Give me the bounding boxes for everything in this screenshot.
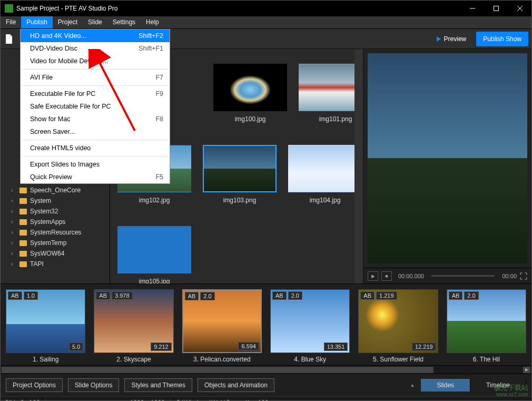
menu-file[interactable]: File <box>1 16 21 28</box>
preview-image <box>368 53 527 263</box>
menu-item[interactable]: Screen Saver... <box>21 125 170 138</box>
menu-slide[interactable]: Slide <box>83 16 107 28</box>
menu-item[interactable]: Executable File for PCF9 <box>21 87 170 100</box>
new-document-icon[interactable] <box>4 33 14 45</box>
file-thumb[interactable]: img100.jpg <box>213 64 287 123</box>
collapse-icon[interactable]: ▲ <box>410 383 415 388</box>
slide-caption: 1. Sailing <box>6 356 85 363</box>
file-label: img101.png <box>299 115 363 123</box>
seek-slider[interactable] <box>431 275 495 277</box>
app-icon <box>5 4 13 13</box>
in-time-badge: 2.0 <box>464 291 478 300</box>
file-label: img100.jpg <box>213 115 287 123</box>
menu-item[interactable]: AVI FileF7 <box>21 71 170 84</box>
transition-badge: AB <box>8 291 22 300</box>
duration-badge: 13.351 <box>324 343 348 351</box>
filebrowser-scrollbar[interactable] <box>354 49 363 283</box>
in-time-badge: 3.978 <box>112 291 133 300</box>
slide-strip-scrollbar[interactable]: ▶ <box>1 365 531 374</box>
status-path: C:\Windows\Web\Screen\img103.png <box>171 399 286 402</box>
slide-strip[interactable]: AB1.05.01. SailingAB3.9789.2122. Skyscap… <box>1 283 531 365</box>
tab-slides[interactable]: Slides <box>421 379 470 392</box>
menu-item[interactable]: Export Slides to Images <box>21 158 170 171</box>
slide-card[interactable]: AB2.06.5943. Pelican.converted <box>182 289 262 363</box>
file-thumb[interactable]: img103.png <box>203 145 277 204</box>
slide-options-button[interactable]: Slide Options <box>68 378 119 392</box>
menu-bar: FilePublishProjectSlideSettingsHelp <box>1 16 531 29</box>
file-label: img104.jpg <box>288 197 362 204</box>
tree-item[interactable]: ›SysWOW64 <box>1 248 110 259</box>
menu-publish[interactable]: Publish <box>21 16 52 28</box>
tree-item[interactable]: ›System32 <box>1 206 110 217</box>
status-dimensions: 1920 x 1200 <box>125 399 171 402</box>
maximize-button[interactable] <box>484 1 508 16</box>
watermark: 极光下载站 www.xz7.com <box>494 384 528 397</box>
stop-button[interactable]: ■ <box>381 271 392 281</box>
in-time-badge: 2.0 <box>200 292 214 300</box>
folder-icon <box>19 188 27 193</box>
menu-item[interactable]: HD and 4K Video...Shift+F2 <box>21 30 170 42</box>
status-bar: Slide 3 of 26 1920 x 1200 C:\Windows\Web… <box>1 396 531 401</box>
tree-item[interactable]: ›Speech_OneCore <box>1 185 110 195</box>
title-bar: Sample Project - PTE AV Studio Pro <box>1 1 531 16</box>
folder-icon <box>19 230 27 236</box>
menu-item[interactable]: Safe Executable File for PC <box>21 100 170 113</box>
slide-card[interactable]: AB3.9789.2122. Skyscape <box>94 289 173 363</box>
objects-animation-button[interactable]: Objects and Animation <box>198 378 274 392</box>
menu-help[interactable]: Help <box>141 16 164 28</box>
project-options-button[interactable]: Project Options <box>6 378 63 392</box>
transition-badge: AB <box>360 291 375 300</box>
current-time: 00:00.000 <box>398 273 424 279</box>
close-button[interactable] <box>508 1 531 16</box>
transition-badge: AB <box>185 292 199 300</box>
tree-item[interactable]: ›SystemResources <box>1 227 110 238</box>
slide-caption: 3. Pelican.converted <box>182 356 262 363</box>
tree-item[interactable]: ›System <box>1 195 110 206</box>
tree-item[interactable]: ›SystemTemp <box>1 238 110 248</box>
status-slide-count: Slide 3 of 26 <box>5 399 46 402</box>
menu-item[interactable]: Show for MacF8 <box>21 113 170 125</box>
slide-card[interactable]: AB2.013.3514. Blue Sky <box>270 289 350 363</box>
play-icon <box>437 36 441 42</box>
menu-settings[interactable]: Settings <box>107 16 141 28</box>
duration-badge: 9.212 <box>151 343 172 351</box>
transition-badge: AB <box>272 291 287 300</box>
folder-icon <box>19 251 27 257</box>
slide-card[interactable]: AB2.06. The Hil <box>447 289 526 363</box>
menu-item[interactable]: Video for Mobile Devices... <box>21 55 170 67</box>
folder-icon <box>19 261 27 267</box>
slide-card[interactable]: AB1.21912.2195. Sunflower Field <box>358 289 438 363</box>
menu-item[interactable]: DVD-Video DiscShift+F1 <box>21 42 170 55</box>
fullscreen-icon[interactable] <box>520 272 527 280</box>
tree-item[interactable]: ›SystemApps <box>1 217 110 227</box>
in-time-badge: 1.219 <box>376 291 397 300</box>
file-thumb[interactable]: img105.jpg <box>117 226 191 283</box>
file-thumb[interactable]: img104.jpg <box>288 145 362 204</box>
svg-rect-1 <box>494 6 498 11</box>
tree-item[interactable]: ›TAPI <box>1 259 110 269</box>
slide-caption: 5. Sunflower Field <box>358 356 438 363</box>
folder-icon <box>19 209 27 214</box>
slide-card[interactable]: AB1.05.01. Sailing <box>6 289 85 363</box>
bottom-toolbar: Project Options Slide Options Styles and… <box>1 374 531 396</box>
folder-icon <box>19 219 27 225</box>
file-thumb[interactable]: img101.png <box>299 64 363 123</box>
duration-time: 00:00 <box>502 273 517 279</box>
file-label: img102.jpg <box>117 197 191 204</box>
play-button[interactable]: ▶ <box>368 271 378 281</box>
menu-project[interactable]: Project <box>53 16 83 28</box>
preview-controls: ▶ ■ 00:00.000 00:00 <box>363 268 531 283</box>
minimize-button[interactable] <box>460 1 484 16</box>
preview-label: Preview <box>444 35 467 43</box>
slide-caption: 6. The Hil <box>447 356 526 363</box>
menu-item[interactable]: Quick PreviewF5 <box>21 171 170 183</box>
publish-menu: HD and 4K Video...Shift+F2DVD-Video Disc… <box>20 29 170 184</box>
publish-show-button[interactable]: Publish Show <box>476 32 528 46</box>
duration-badge: 12.219 <box>412 343 436 351</box>
duration-badge: 5.0 <box>69 343 83 351</box>
styles-themes-button[interactable]: Styles and Themes <box>124 378 192 392</box>
menu-item[interactable]: Create HTML5 video <box>21 142 170 154</box>
preview-button[interactable]: Preview <box>431 33 472 45</box>
slide-caption: 2. Skyscape <box>94 356 173 363</box>
slide-caption: 4. Blue Sky <box>270 356 350 363</box>
